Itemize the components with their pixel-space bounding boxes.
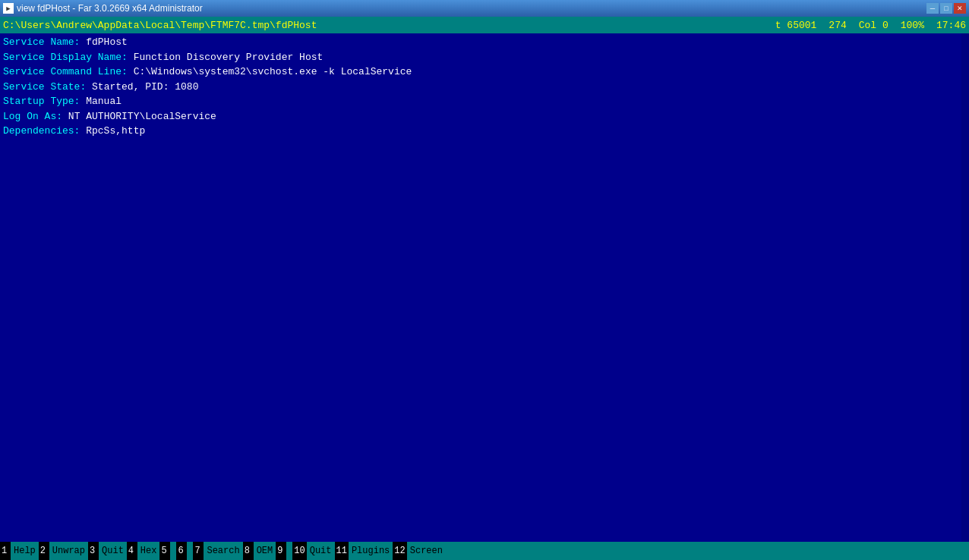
fkey-num: 2 (39, 542, 49, 560)
vertical-scrollbar[interactable] (961, 33, 969, 542)
fkey-num: 5 (159, 542, 170, 560)
fkey-item-11[interactable]: 11Plugins (335, 542, 393, 560)
line-value: RpcSs,http (86, 125, 145, 137)
line-value: fdPHost (86, 36, 128, 48)
line-value: C:\Windows\system32\svchost.exe -k Local… (134, 66, 412, 77)
fkey-label: Screen (407, 542, 446, 560)
fkey-label: Unwrap (49, 542, 88, 560)
content-line: Service State: Started, PID: 1080 (3, 80, 966, 95)
fkey-label: Quit (307, 542, 335, 560)
fkey-num: 4 (127, 542, 137, 560)
window-title: view fdPHost - Far 3.0.2669 x64 Administ… (17, 3, 923, 14)
file-content: Service Name: fdPHostService Display Nam… (0, 33, 969, 542)
line-label: Log On As: (3, 111, 68, 122)
maximize-button[interactable]: □ (940, 3, 952, 14)
fkey-num: 3 (88, 542, 99, 560)
fkey-item-12[interactable]: 12Screen (393, 542, 446, 560)
encoding-info: t 65001 (775, 20, 817, 31)
line-label: Startup Type: (3, 96, 86, 107)
fkey-item-7[interactable]: 7Search (193, 542, 242, 560)
content-line: Startup Type: Manual (3, 94, 966, 109)
fkey-item-1[interactable]: 1Help (0, 542, 39, 560)
content-line: Service Display Name: Function Discovery… (3, 50, 966, 65)
fkey-item-4[interactable]: 4Hex (127, 542, 160, 560)
fkey-label: Hex (137, 542, 160, 560)
line-label: Service State: (3, 81, 92, 93)
clock: 17:46 (936, 20, 966, 31)
content-line: Service Name: fdPHost (3, 35, 966, 50)
zoom-level: 100% (901, 20, 924, 31)
fkey-label: Help (11, 542, 39, 560)
fkey-label (187, 542, 193, 560)
fkey-label (170, 542, 176, 560)
fkey-item-8[interactable]: 8OEM (243, 542, 276, 560)
content-line: Dependencies: RpcSs,http (3, 124, 966, 139)
fkey-item-5[interactable]: 5 (159, 542, 176, 560)
fkey-num: 7 (193, 542, 204, 560)
fkey-num: 1 (0, 542, 11, 560)
status-info: t 65001 274 Col 0 100% 17:46 (775, 20, 966, 31)
close-button[interactable]: ✕ (954, 3, 966, 14)
fkey-num: 9 (276, 542, 286, 560)
fkey-label (286, 542, 292, 560)
app-icon: ▶ (3, 3, 14, 14)
line-label: Service Command Line: (3, 66, 134, 77)
col-info: Col 0 (859, 20, 889, 31)
fkey-item-6[interactable]: 6 (176, 542, 193, 560)
fkey-label: Plugins (349, 542, 393, 560)
fkey-item-10[interactable]: 10Quit (292, 542, 334, 560)
file-path: C:\Users\Andrew\AppData\Local\Temp\FTMF7… (3, 20, 775, 31)
fkey-bar: 1Help2Unwrap3Quit4Hex567Search8OEM910Qui… (0, 542, 969, 560)
line-label: Service Display Name: (3, 52, 134, 63)
line-value: NT AUTHORITY\LocalService (68, 111, 216, 122)
content-lines: Service Name: fdPHostService Display Nam… (3, 35, 966, 139)
line-value: Started, PID: 1080 (92, 81, 198, 93)
fkey-num: 10 (292, 542, 306, 560)
fkey-num: 6 (176, 542, 187, 560)
fkey-item-3[interactable]: 3Quit (88, 542, 127, 560)
line-label: Dependencies: (3, 125, 86, 137)
content-line: Log On As: NT AUTHORITY\LocalService (3, 109, 966, 124)
fkey-label: OEM (254, 542, 276, 560)
line-value: Function Discovery Provider Host (134, 52, 324, 63)
line-number: 274 (829, 20, 846, 31)
fkey-item-2[interactable]: 2Unwrap (39, 542, 88, 560)
line-value: Manual (86, 96, 122, 107)
content-line: Service Command Line: C:\Windows\system3… (3, 64, 966, 80)
fkey-num: 8 (243, 542, 254, 560)
line-label: Service Name: (3, 36, 86, 48)
status-bar: C:\Users\Andrew\AppData\Local\Temp\FTMF7… (0, 17, 969, 33)
fkey-label: Quit (99, 542, 127, 560)
title-bar: ▶ view fdPHost - Far 3.0.2669 x64 Admini… (0, 0, 969, 17)
fkey-label: Search (204, 542, 242, 560)
fkey-num: 11 (335, 542, 349, 560)
fkey-item-9[interactable]: 9 (276, 542, 292, 560)
window-controls: ─ □ ✕ (926, 3, 966, 14)
fkey-num: 12 (393, 542, 406, 560)
minimize-button[interactable]: ─ (926, 3, 939, 14)
